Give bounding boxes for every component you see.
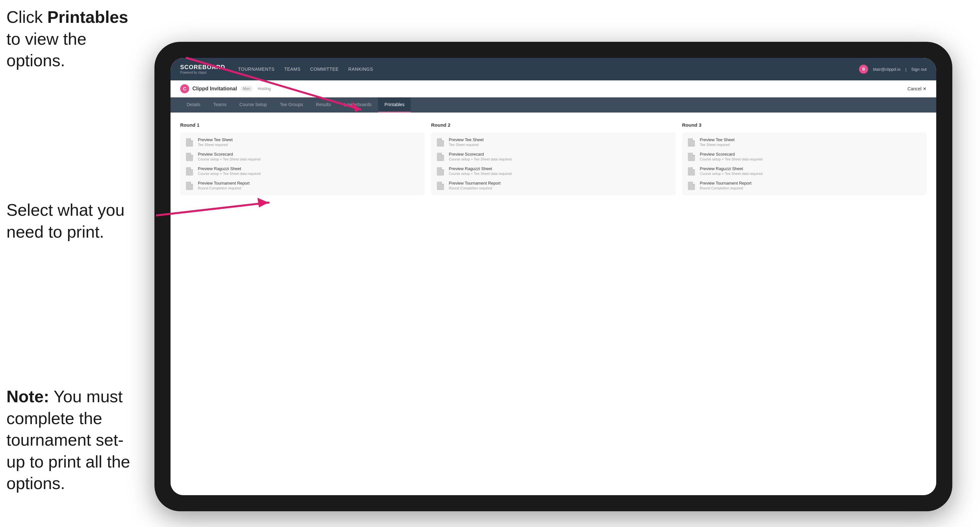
raguzzi-icon-2 xyxy=(436,167,445,176)
tablet-screen: SCOREBOARD Powered by clippd TOURNAMENTS… xyxy=(170,58,936,495)
nav-item-teams[interactable]: TEAMS xyxy=(284,65,301,73)
round-3-scorecard[interactable]: Preview Scorecard Course setup + Tee She… xyxy=(687,152,922,162)
tee-sheet-icon-3 xyxy=(687,138,696,147)
round-1-raguzzi[interactable]: Preview Raguzzi Sheet Course setup + Tee… xyxy=(185,166,420,176)
report-icon-1 xyxy=(185,181,194,190)
r2-scorecard-title: Preview Scorecard xyxy=(449,152,671,157)
sign-out-link[interactable]: Sign out xyxy=(911,67,927,72)
sub-header: C Clippd Invitational Men Hosting Cancel… xyxy=(170,80,936,97)
r2-scorecard-subtitle: Course setup + Tee Sheet data required xyxy=(449,157,671,161)
tee-sheet-icon-1 xyxy=(185,138,194,147)
tab-course-setup[interactable]: Course Setup xyxy=(233,97,274,113)
tab-details[interactable]: Details xyxy=(180,97,207,113)
r2-raguzzi-title: Preview Raguzzi Sheet xyxy=(449,166,671,171)
round-1-tee-sheet[interactable]: Preview Tee Sheet Tee Sheet required xyxy=(185,137,420,147)
tab-nav: Details Teams Course Setup Tee Groups Re… xyxy=(170,97,936,113)
mid-instruction: Select what you need to print. xyxy=(6,199,135,243)
tournament-info: C Clippd Invitational Men Hosting xyxy=(180,84,271,93)
top-nav-right: B blair@clippd.io | Sign out xyxy=(859,65,927,74)
r2-report-title: Preview Tournament Report xyxy=(449,181,671,186)
round-2-tee-sheet[interactable]: Preview Tee Sheet Tee Sheet required xyxy=(436,137,671,147)
round-2-raguzzi[interactable]: Preview Raguzzi Sheet Course setup + Tee… xyxy=(436,166,671,176)
tablet-frame: SCOREBOARD Powered by clippd TOURNAMENTS… xyxy=(154,42,952,511)
nav-item-committee[interactable]: COMMITTEE xyxy=(310,65,339,73)
scorecard-icon-2 xyxy=(436,152,445,162)
round-3-raguzzi[interactable]: Preview Raguzzi Sheet Course setup + Tee… xyxy=(687,166,922,176)
bottom-instruction: Note: You must complete the tournament s… xyxy=(6,386,135,495)
round-2-items: Preview Tee Sheet Tee Sheet required Pre… xyxy=(431,132,676,195)
r3-scorecard-title: Preview Scorecard xyxy=(700,152,922,157)
round-3-title: Round 3 xyxy=(682,122,927,128)
raguzzi-icon-3 xyxy=(687,167,696,176)
logo-title: SCOREBOARD xyxy=(180,64,225,71)
r3-scorecard-subtitle: Course setup + Tee Sheet data required xyxy=(700,157,922,161)
top-instruction: Click Printables to view the options. xyxy=(6,6,129,72)
tournament-tag: Men xyxy=(240,86,253,92)
r2-tee-sheet-subtitle: Tee Sheet required xyxy=(449,143,671,147)
scorecard-icon-1 xyxy=(185,152,194,162)
round-2-scorecard[interactable]: Preview Scorecard Course setup + Tee She… xyxy=(436,152,671,162)
round-1-title: Round 1 xyxy=(180,122,425,128)
user-email: blair@clippd.io xyxy=(873,67,900,72)
scorecard-icon-3 xyxy=(687,152,696,162)
r1-raguzzi-title: Preview Raguzzi Sheet xyxy=(198,166,420,171)
round-2-section: Round 2 Preview Tee Sheet Tee Sheet requ… xyxy=(431,122,676,195)
scoreboard-logo: SCOREBOARD Powered by clippd xyxy=(180,64,225,74)
round-1-items: Preview Tee Sheet Tee Sheet required Pre… xyxy=(180,132,425,195)
rounds-grid: Round 1 Preview Tee Sheet Tee Sheet requ… xyxy=(180,122,927,195)
tab-leaderboards[interactable]: Leaderboards xyxy=(337,97,378,113)
tab-printables[interactable]: Printables xyxy=(378,97,411,113)
top-nav: SCOREBOARD Powered by clippd TOURNAMENTS… xyxy=(170,58,936,80)
tab-tee-groups[interactable]: Tee Groups xyxy=(274,97,310,113)
r3-raguzzi-title: Preview Raguzzi Sheet xyxy=(700,166,922,171)
r2-tee-sheet-title: Preview Tee Sheet xyxy=(449,137,671,142)
top-nav-items: TOURNAMENTS TEAMS COMMITTEE RANKINGS xyxy=(238,65,859,73)
r3-tee-sheet-subtitle: Tee Sheet required xyxy=(700,143,922,147)
r2-report-subtitle: Round Completion required xyxy=(449,186,671,190)
r3-report-title: Preview Tournament Report xyxy=(700,181,922,186)
nav-item-rankings[interactable]: RANKINGS xyxy=(348,65,373,73)
raguzzi-icon-1 xyxy=(185,167,194,176)
r1-raguzzi-subtitle: Course setup + Tee Sheet data required xyxy=(198,172,420,176)
r1-tee-sheet-subtitle: Tee Sheet required xyxy=(198,143,420,147)
clippd-icon: C xyxy=(180,84,189,93)
r1-report-subtitle: Round Completion required xyxy=(198,186,420,190)
note-bold: Note: xyxy=(6,387,49,406)
round-3-items: Preview Tee Sheet Tee Sheet required Pre… xyxy=(682,132,927,195)
printables-bold: Printables xyxy=(47,8,128,26)
round-3-section: Round 3 Preview Tee Sheet Tee Sheet requ… xyxy=(682,122,927,195)
cancel-button[interactable]: Cancel ✕ xyxy=(908,86,927,91)
logo-subtitle: Powered by clippd xyxy=(180,71,225,74)
mid-instruction-text: Select what you need to print. xyxy=(6,201,124,241)
report-icon-2 xyxy=(436,181,445,190)
app-container: SCOREBOARD Powered by clippd TOURNAMENTS… xyxy=(170,58,936,495)
round-3-tee-sheet[interactable]: Preview Tee Sheet Tee Sheet required xyxy=(687,137,922,147)
user-avatar: B xyxy=(859,65,868,74)
r1-tee-sheet-title: Preview Tee Sheet xyxy=(198,137,420,142)
separator: | xyxy=(905,67,906,72)
r3-report-subtitle: Round Completion required xyxy=(700,186,922,190)
round-2-title: Round 2 xyxy=(431,122,676,128)
top-instruction-text: Click Printables to view the options. xyxy=(6,8,128,70)
round-2-tournament-report[interactable]: Preview Tournament Report Round Completi… xyxy=(436,181,671,190)
round-1-tournament-report[interactable]: Preview Tournament Report Round Completi… xyxy=(185,181,420,190)
r1-scorecard-subtitle: Course setup + Tee Sheet data required xyxy=(198,157,420,161)
report-icon-3 xyxy=(687,181,696,190)
tab-teams[interactable]: Teams xyxy=(207,97,233,113)
nav-item-tournaments[interactable]: TOURNAMENTS xyxy=(238,65,274,73)
r3-raguzzi-subtitle: Course setup + Tee Sheet data required xyxy=(700,172,922,176)
main-content: Round 1 Preview Tee Sheet Tee Sheet requ… xyxy=(170,113,936,495)
r1-report-title: Preview Tournament Report xyxy=(198,181,420,186)
round-1-section: Round 1 Preview Tee Sheet Tee Sheet requ… xyxy=(180,122,425,195)
round-1-scorecard[interactable]: Preview Scorecard Course setup + Tee She… xyxy=(185,152,420,162)
round-3-tournament-report[interactable]: Preview Tournament Report Round Completi… xyxy=(687,181,922,190)
r3-tee-sheet-title: Preview Tee Sheet xyxy=(700,137,922,142)
tournament-name: Clippd Invitational xyxy=(192,86,237,92)
hosting-tag: Hosting xyxy=(258,86,271,91)
tab-results[interactable]: Results xyxy=(310,97,337,113)
r1-scorecard-title: Preview Scorecard xyxy=(198,152,420,157)
r2-raguzzi-subtitle: Course setup + Tee Sheet data required xyxy=(449,172,671,176)
tee-sheet-icon-2 xyxy=(436,138,445,147)
